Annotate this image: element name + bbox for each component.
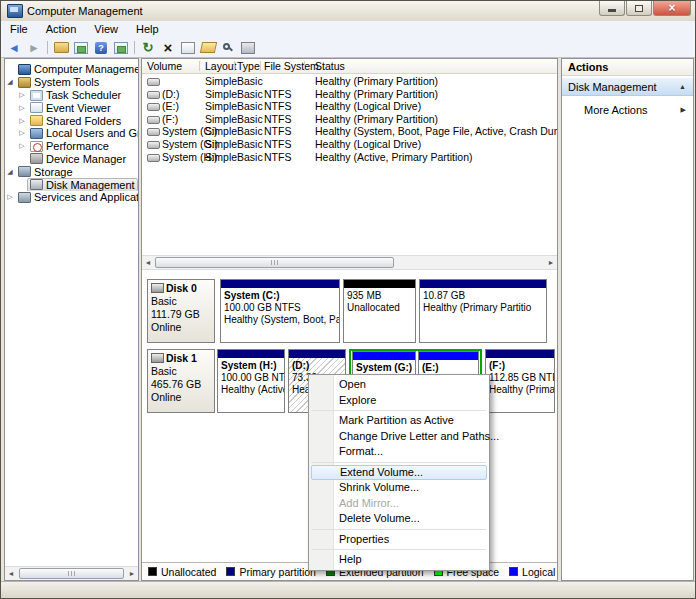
menu-item-help[interactable]: Help <box>309 552 489 568</box>
menu-item-delete-volume[interactable]: Delete Volume... <box>309 511 489 527</box>
volume-row[interactable]: (F:) Simple Basic NTFS Healthy (Primary … <box>142 113 557 126</box>
tree-item-services-and-applications[interactable]: ▷ Services and Applications <box>5 191 138 204</box>
partition-recovery[interactable]: 10.87 GB Healthy (Primary Partitio <box>419 279 547 343</box>
menu-item-open[interactable]: Open <box>309 377 489 393</box>
menu-action[interactable]: Action <box>37 21 86 35</box>
tree-item-device-manager[interactable]: Device Manager <box>5 153 138 166</box>
tree-item-label: Storage <box>34 166 73 178</box>
tree-item-performance[interactable]: ▷ Performance <box>5 140 138 153</box>
settings-icon[interactable] <box>240 40 256 56</box>
column-divider[interactable] <box>199 61 200 71</box>
column-divider[interactable] <box>304 61 305 71</box>
menu-item-shrink-volume[interactable]: Shrink Volume... <box>309 480 489 496</box>
more-actions-item[interactable]: More Actions ▶ <box>562 101 693 118</box>
scroll-right-icon[interactable]: ► <box>126 568 138 580</box>
disk-0-label-box[interactable]: Disk 0 Basic 111.79 GB Online <box>147 279 215 343</box>
partition-color-band <box>218 350 284 358</box>
minimize-button[interactable] <box>599 1 625 16</box>
delete-icon[interactable] <box>160 40 176 56</box>
column-header-status[interactable]: Status <box>315 60 345 72</box>
help-icon[interactable] <box>93 40 109 56</box>
menu-file[interactable]: File <box>1 21 37 35</box>
toolbar <box>1 38 695 58</box>
menu-item-properties[interactable]: Properties <box>309 532 489 548</box>
tree-horizontal-scrollbar[interactable]: ◄ ► <box>5 566 138 580</box>
partition-c[interactable]: System (C:) 100.00 GB NTFS Healthy (Syst… <box>220 279 340 343</box>
volume-icon <box>147 116 160 124</box>
partition-f[interactable]: (F:) 112.85 GB NTFS Healthy (Primary <box>485 349 555 413</box>
actions-group-disk-management[interactable]: Disk Management ▲ <box>562 78 693 96</box>
open-folder-icon[interactable] <box>200 40 216 56</box>
tree-item-label: System Tools <box>34 76 99 88</box>
expand-arrow-icon[interactable]: ◢ <box>5 168 15 176</box>
volume-row[interactable]: Simple Basic Healthy (Primary Partition) <box>142 75 557 88</box>
disk-1-label-box[interactable]: Disk 1 Basic 465.76 GB Online <box>147 349 215 413</box>
tree-item-system-tools[interactable]: ◢ System Tools <box>5 76 138 89</box>
expand-arrow-icon[interactable]: ◢ <box>5 78 15 86</box>
tree-item-task-scheduler[interactable]: ▷ Task Scheduler <box>5 89 138 102</box>
menu-help[interactable]: Help <box>127 21 168 35</box>
expand-arrow-icon[interactable]: ▷ <box>5 193 15 201</box>
tree-item-icon <box>18 64 31 75</box>
volume-layout: Simple <box>205 88 237 100</box>
column-header-file-system[interactable]: File System <box>264 60 319 72</box>
menu-item-change-drive-letter-and-paths[interactable]: Change Drive Letter and Paths... <box>309 429 489 445</box>
scrollbar-thumb[interactable] <box>19 568 124 579</box>
menu-view[interactable]: View <box>85 21 127 35</box>
maximize-button[interactable] <box>626 1 652 16</box>
back-icon[interactable] <box>6 40 22 56</box>
up-level-icon[interactable] <box>53 40 69 56</box>
expand-arrow-icon[interactable]: ▷ <box>17 129 27 137</box>
column-divider[interactable] <box>260 61 261 71</box>
show-console-tree-icon[interactable] <box>73 40 89 56</box>
expand-arrow-icon[interactable]: ▷ <box>17 91 27 99</box>
volume-layout: Simple <box>205 151 237 163</box>
close-button[interactable]: × <box>653 1 691 16</box>
tree-item-computer-management[interactable]: Computer Management (Local <box>5 63 138 76</box>
title-bar[interactable]: Computer Management × <box>1 1 695 22</box>
status-bar <box>1 581 695 598</box>
volume-icon <box>147 78 160 86</box>
disk-0-type: Basic <box>151 295 211 308</box>
scroll-left-icon[interactable]: ◄ <box>5 568 17 580</box>
volume-row[interactable]: System (G:) Simple Basic NTFS Healthy (L… <box>142 138 557 151</box>
properties-icon[interactable] <box>180 40 196 56</box>
menu-item-explore[interactable]: Explore <box>309 393 489 409</box>
volume-list-horizontal-scrollbar[interactable]: ◄ ► <box>142 255 557 270</box>
find-icon[interactable] <box>220 40 236 56</box>
column-header-volume[interactable]: Volume <box>147 60 182 72</box>
partition-unallocated[interactable]: 935 MB Unallocated <box>343 279 416 343</box>
volume-row[interactable]: (D:) Simple Basic NTFS Healthy (Primary … <box>142 88 557 101</box>
menu-item-format[interactable]: Format... <box>309 444 489 460</box>
scrollbar-thumb[interactable] <box>155 257 394 268</box>
refresh-icon[interactable] <box>140 40 156 56</box>
volume-type: Basic <box>237 100 263 112</box>
menu-item-mark-partition-as-active[interactable]: Mark Partition as Active <box>309 413 489 429</box>
scroll-right-icon[interactable]: ► <box>545 257 557 269</box>
tree-item-event-viewer[interactable]: ▷ Event Viewer <box>5 101 138 114</box>
tree-item-storage[interactable]: ◢ Storage <box>5 165 138 178</box>
expand-arrow-icon[interactable]: ▷ <box>17 104 27 112</box>
volume-icon <box>147 103 160 111</box>
volume-row[interactable]: System (C:) Simple Basic NTFS Healthy (S… <box>142 125 557 138</box>
tree-item-disk-management[interactable]: Disk Management <box>5 178 138 191</box>
tree-item-local-users-and-groups[interactable]: ▷ Local Users and Groups <box>5 127 138 140</box>
column-divider[interactable] <box>234 61 235 71</box>
column-header-type[interactable]: Type <box>237 60 260 72</box>
expand-arrow-icon[interactable]: ▷ <box>17 142 27 150</box>
legend-color-swatch <box>148 567 157 576</box>
menu-item-extend-volume[interactable]: Extend Volume... <box>311 465 487 481</box>
partition-h[interactable]: System (H:) 100.00 GB NTFS Healthy (Acti… <box>217 349 285 413</box>
column-header-layout[interactable]: Layout <box>205 60 237 72</box>
volume-list: Simple Basic Healthy (Primary Partition)… <box>142 75 557 163</box>
collapse-icon[interactable]: ▲ <box>679 83 686 90</box>
show-action-pane-icon[interactable] <box>113 40 129 56</box>
volume-row[interactable]: (E:) Simple Basic NTFS Healthy (Logical … <box>142 100 557 113</box>
legend-label: Primary partition <box>239 566 315 578</box>
legend-label: Unallocated <box>161 566 216 578</box>
forward-icon[interactable] <box>26 40 42 56</box>
scroll-left-icon[interactable]: ◄ <box>142 257 154 269</box>
tree-item-shared-folders[interactable]: ▷ Shared Folders <box>5 114 138 127</box>
expand-arrow-icon[interactable]: ▷ <box>17 117 27 125</box>
volume-row[interactable]: System (H:) Simple Basic NTFS Healthy (A… <box>142 151 557 164</box>
